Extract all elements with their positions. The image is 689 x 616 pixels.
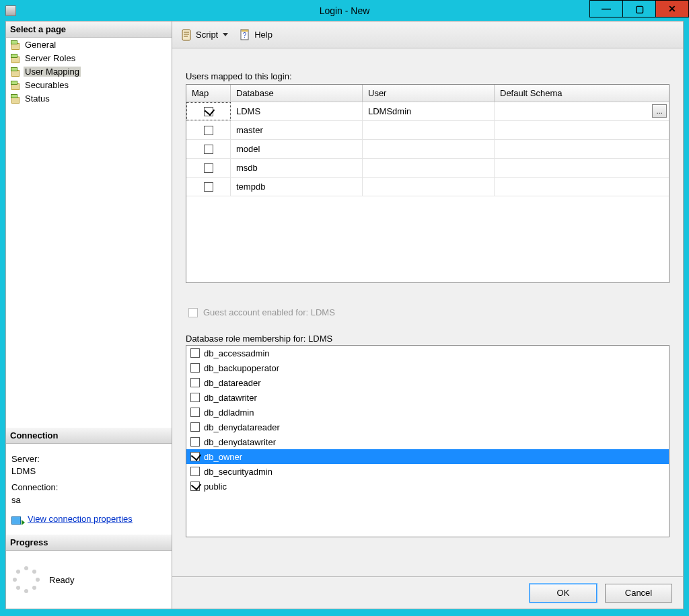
sidebar-item-label: Securables <box>24 80 70 90</box>
map-checkbox[interactable] <box>204 145 213 154</box>
role-name: public <box>204 482 227 492</box>
schema-cell[interactable] <box>495 178 669 196</box>
select-page-header: Select a page <box>6 22 172 38</box>
map-checkbox[interactable] <box>204 163 213 173</box>
page-icon <box>10 39 21 50</box>
schema-cell[interactable]: ... <box>495 102 669 120</box>
mapping-row[interactable]: msdb <box>186 159 669 178</box>
sidebar-item-securables[interactable]: Securables <box>6 78 172 91</box>
role-name: db_datawriter <box>204 393 257 403</box>
mapping-row[interactable]: model <box>186 140 669 159</box>
schema-cell[interactable] <box>495 121 669 139</box>
role-checkbox[interactable] <box>190 437 200 447</box>
role-checkbox[interactable] <box>190 422 200 432</box>
col-user[interactable]: User <box>363 85 495 102</box>
script-button[interactable]: Script <box>178 28 233 42</box>
user-cell[interactable] <box>363 121 495 139</box>
role-row[interactable]: db_datareader <box>186 375 669 390</box>
users-mapped-label: Users mapped to this login: <box>186 71 669 81</box>
col-default-schema[interactable]: Default Schema <box>495 85 669 102</box>
role-row[interactable]: db_denydatawriter <box>186 434 669 449</box>
progress-header: Progress <box>6 535 172 551</box>
help-button[interactable]: ? Help <box>236 28 275 42</box>
role-name: db_denydatawriter <box>204 437 276 447</box>
map-checkbox[interactable] <box>204 126 213 135</box>
server-value: LDMS <box>11 465 166 477</box>
database-cell[interactable]: model <box>231 140 363 158</box>
sidebar-item-label: Server Roles <box>24 53 77 63</box>
database-cell[interactable]: tempdb <box>231 178 363 196</box>
page-icon <box>10 79 21 90</box>
database-cell[interactable]: LDMS <box>231 102 363 120</box>
role-row[interactable]: db_backupoperator <box>186 360 669 375</box>
right-pane: Script ? Help Users mapped to this login… <box>172 22 683 609</box>
role-checkbox[interactable] <box>190 482 200 491</box>
map-checkbox[interactable] <box>204 107 213 116</box>
schema-cell[interactable] <box>495 140 669 158</box>
role-checkbox[interactable] <box>190 393 200 402</box>
button-bar: OK Cancel <box>172 576 683 609</box>
window-title: Login - New <box>320 5 370 16</box>
dialog-body: Select a page GeneralServer RolesUser Ma… <box>5 21 684 609</box>
page-icon <box>10 93 21 104</box>
schema-cell[interactable] <box>495 159 669 177</box>
ok-button[interactable]: OK <box>530 584 597 603</box>
view-connection-properties-link[interactable]: View connection properties <box>28 513 133 525</box>
window-buttons: — ▢ ✕ <box>590 0 689 17</box>
role-checkbox[interactable] <box>190 408 200 417</box>
database-cell[interactable]: msdb <box>231 159 363 177</box>
user-cell[interactable] <box>363 178 495 196</box>
map-cell[interactable] <box>186 102 231 120</box>
database-cell[interactable]: master <box>231 121 363 139</box>
role-checkbox[interactable] <box>190 363 200 373</box>
connection-header: Connection <box>6 428 172 444</box>
maximize-button[interactable]: ▢ <box>622 0 656 17</box>
user-mapping-grid[interactable]: Map Database User Default Schema LDMSLDM… <box>186 84 669 283</box>
role-row[interactable]: db_ddladmin <box>186 405 669 420</box>
role-checkbox[interactable] <box>190 348 200 358</box>
connection-properties-icon <box>11 514 24 525</box>
cancel-button[interactable]: Cancel <box>605 584 672 603</box>
mapping-row[interactable]: LDMSLDMSdmin... <box>186 102 669 121</box>
progress-spinner-icon <box>13 566 40 593</box>
sidebar-item-user-mapping[interactable]: User Mapping <box>6 65 172 78</box>
map-cell[interactable] <box>186 121 231 139</box>
minimize-button[interactable]: — <box>589 0 623 17</box>
col-database[interactable]: Database <box>231 85 363 102</box>
window-frame: Login - New — ▢ ✕ Select a page GeneralS… <box>0 0 689 615</box>
user-cell[interactable]: LDMSdmin <box>363 102 495 120</box>
sidebar-item-status[interactable]: Status <box>6 91 172 105</box>
page-icon <box>10 52 21 63</box>
role-checkbox[interactable] <box>190 452 200 461</box>
role-checkbox[interactable] <box>190 378 200 387</box>
map-cell[interactable] <box>186 178 231 196</box>
user-cell[interactable] <box>363 159 495 177</box>
role-row[interactable]: db_denydatareader <box>186 420 669 434</box>
sidebar-item-server-roles[interactable]: Server Roles <box>6 51 172 65</box>
roles-listbox[interactable]: db_accessadmindb_backupoperatordb_datare… <box>186 345 669 537</box>
progress-block: Ready <box>6 551 172 609</box>
page-icon <box>10 66 21 77</box>
role-row[interactable]: db_datawriter <box>186 390 669 405</box>
map-cell[interactable] <box>186 140 231 158</box>
map-cell[interactable] <box>186 159 231 177</box>
script-dropdown-caret-icon[interactable] <box>223 33 228 36</box>
left-pane: Select a page GeneralServer RolesUser Ma… <box>6 22 172 609</box>
close-button[interactable]: ✕ <box>655 0 689 17</box>
role-row[interactable]: db_securityadmin <box>186 464 669 479</box>
col-map[interactable]: Map <box>186 85 231 102</box>
map-checkbox[interactable] <box>204 182 213 192</box>
role-row[interactable]: public <box>186 479 669 494</box>
titlebar[interactable]: Login - New — ▢ ✕ <box>0 0 689 21</box>
role-checkbox[interactable] <box>190 467 200 476</box>
app-icon <box>5 5 16 16</box>
sidebar-item-general[interactable]: General <box>6 38 172 51</box>
role-row[interactable]: db_owner <box>186 449 669 464</box>
role-name: db_denydatareader <box>204 422 280 432</box>
mapping-row[interactable]: tempdb <box>186 178 669 196</box>
role-row[interactable]: db_accessadmin <box>186 346 669 360</box>
user-cell[interactable] <box>363 140 495 158</box>
mapping-row[interactable]: master <box>186 121 669 140</box>
schema-browse-button[interactable]: ... <box>652 104 667 118</box>
sidebar-item-label: User Mapping <box>24 67 81 77</box>
